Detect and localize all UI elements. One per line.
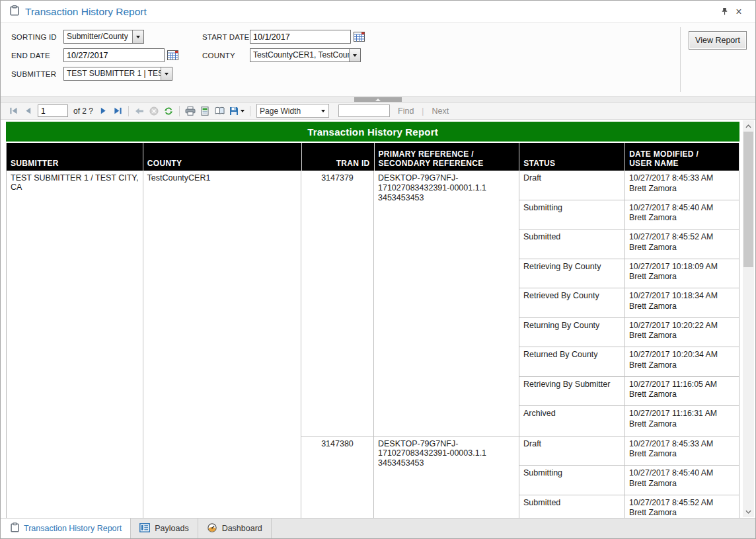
start-date-calendar-icon[interactable] xyxy=(354,32,365,42)
start-date-label: START DATE xyxy=(202,33,250,41)
page-number-input[interactable] xyxy=(38,104,68,117)
app-window: Transaction History Report × SORTING ID … xyxy=(0,0,756,539)
report-canvas: Transaction History Report SUBMITTER COU… xyxy=(6,122,739,518)
chevron-down-icon xyxy=(321,110,325,112)
user-name: Brett Zamora xyxy=(629,390,735,400)
tab-label: Payloads xyxy=(155,524,188,533)
bottom-tab-bar: Transaction History Report Payloads Dash… xyxy=(1,518,755,538)
tab-transaction-history-report[interactable]: Transaction History Report xyxy=(1,518,131,538)
user-name: Brett Zamora xyxy=(629,302,735,312)
submitter-dropdown[interactable]: TEST SUBMITTER 1 | TEST C xyxy=(63,67,172,81)
stop-icon[interactable] xyxy=(147,104,161,118)
county-cell: TestCountyCER1 xyxy=(143,171,301,518)
scroll-down-icon[interactable] xyxy=(743,506,754,517)
end-date-input[interactable] xyxy=(63,48,165,62)
export-save-icon[interactable] xyxy=(227,104,246,118)
last-page-icon[interactable] xyxy=(110,104,125,118)
county-label: COUNTY xyxy=(202,52,250,60)
refresh-icon[interactable] xyxy=(161,104,176,118)
chevron-down-icon[interactable] xyxy=(349,49,360,62)
date-modified-cell: 10/27/2017 8:45:33 AM Brett Zamora xyxy=(625,171,739,200)
find-input[interactable] xyxy=(338,104,390,117)
date-modified: 10/27/2017 11:16:05 AM xyxy=(629,380,735,390)
status-cell: Returned By County xyxy=(519,347,625,376)
table-header-row: SUBMITTER COUNTY TRAN ID PRIMARY REFEREN… xyxy=(6,143,739,171)
page-count-label: of 2 ? xyxy=(73,106,93,116)
date-modified-cell: 10/27/2017 11:16:31 AM Brett Zamora xyxy=(625,406,739,436)
vertical-scrollbar[interactable] xyxy=(743,120,754,517)
next-page-icon[interactable] xyxy=(96,104,110,118)
splitter-collapse-handle[interactable] xyxy=(354,97,402,102)
status-row: Submitted 10/27/2017 8:45:52 AM Brett Za… xyxy=(519,495,739,518)
scrollbar-thumb[interactable] xyxy=(743,132,753,267)
status-list: Draft 10/27/2017 8:45:33 AM Brett Zamora… xyxy=(519,171,739,436)
first-page-icon[interactable] xyxy=(6,104,20,118)
sorting-id-dropdown[interactable]: Submitter/County xyxy=(63,30,144,44)
toolbar-separator xyxy=(250,106,250,116)
print-layout-icon[interactable] xyxy=(198,104,212,118)
status-row: Retrieving By County 10/27/2017 10:18:09… xyxy=(519,259,739,289)
window-titlebar: Transaction History Report × xyxy=(1,1,755,22)
next-link[interactable]: Next xyxy=(432,106,449,116)
submitter-label: SUBMITTER xyxy=(11,70,63,78)
chevron-down-icon[interactable] xyxy=(161,67,172,80)
date-modified: 10/27/2017 8:45:40 AM xyxy=(629,203,735,214)
user-name: Brett Zamora xyxy=(629,331,735,341)
primary-reference: DESKTOP-79G7NFJ-171027083432391-00001.1.… xyxy=(378,173,486,192)
date-modified-cell: 10/27/2017 10:20:34 AM Brett Zamora xyxy=(625,347,739,376)
find-link[interactable]: Find xyxy=(398,106,414,116)
pin-icon[interactable] xyxy=(717,5,732,19)
previous-page-icon[interactable] xyxy=(20,104,35,118)
page-setup-icon[interactable] xyxy=(212,104,227,118)
date-modified: 10/27/2017 11:16:31 AM xyxy=(629,409,735,419)
view-report-button[interactable]: View Report xyxy=(689,31,747,50)
back-icon[interactable] xyxy=(132,104,147,118)
toolbar-separator xyxy=(179,106,180,116)
tab-payloads[interactable]: Payloads xyxy=(131,518,198,538)
status-row: Submitting 10/27/2017 8:45:40 AM Brett Z… xyxy=(519,200,739,230)
user-name: Brett Zamora xyxy=(629,508,735,518)
reference-cell: DESKTOP-79G7NFJ-171027083432391-00001.1.… xyxy=(374,171,519,436)
close-icon[interactable]: × xyxy=(732,5,746,19)
scroll-up-icon[interactable] xyxy=(743,120,754,132)
user-name: Brett Zamora xyxy=(629,243,735,253)
status-cell: Archived xyxy=(519,406,625,436)
zoom-dropdown[interactable]: Page Width xyxy=(256,104,329,118)
date-modified-cell: 10/27/2017 11:16:05 AM Brett Zamora xyxy=(625,377,739,406)
status-list: Draft 10/27/2017 8:45:33 AM Brett Zamora… xyxy=(519,436,739,518)
date-modified: 10/27/2017 10:20:22 AM xyxy=(629,321,735,331)
print-icon[interactable] xyxy=(183,104,198,118)
column-header-county: COUNTY xyxy=(143,143,302,171)
status-row: Draft 10/27/2017 8:45:33 AM Brett Zamora xyxy=(519,436,739,466)
status-row: Archived 10/27/2017 11:16:31 AM Brett Za… xyxy=(519,406,739,436)
clipboard-icon xyxy=(11,522,19,534)
status-cell: Submitting xyxy=(519,200,625,229)
status-cell: Submitted xyxy=(519,229,625,259)
user-name: Brett Zamora xyxy=(629,479,735,489)
date-modified: 10/27/2017 10:18:09 AM xyxy=(629,262,735,272)
user-name: Brett Zamora xyxy=(629,213,735,224)
dashboard-icon xyxy=(207,523,217,534)
find-next-divider: | xyxy=(422,106,424,116)
end-date-calendar-icon[interactable] xyxy=(167,50,178,60)
tran-id-cell: 3147380 xyxy=(301,436,374,518)
reference-cell: DESKTOP-79G7NFJ-171027083432391-00003.1.… xyxy=(374,436,519,518)
table-body: TEST SUBMITTER 1 / TEST CITY, CA TestCou… xyxy=(6,171,739,518)
date-modified: 10/27/2017 10:20:34 AM xyxy=(629,350,735,360)
window-title: Transaction History Report xyxy=(25,6,147,18)
column-header-references: PRIMARY REFERENCE / SECONDARY REFERENCE xyxy=(375,143,520,171)
date-modified: 10/27/2017 10:18:34 AM xyxy=(629,291,735,302)
report-title-banner: Transaction History Report xyxy=(6,122,739,142)
date-modified-cell: 10/27/2017 8:45:33 AM Brett Zamora xyxy=(625,436,739,466)
start-date-input[interactable] xyxy=(250,30,351,44)
date-modified: 10/27/2017 8:45:33 AM xyxy=(629,173,735,184)
chevron-down-icon[interactable] xyxy=(132,30,143,43)
column-header-submitter: SUBMITTER xyxy=(7,143,143,171)
secondary-reference: 3453453453 xyxy=(378,193,515,203)
primary-reference: DESKTOP-79G7NFJ-171027083432391-00003.1.… xyxy=(378,439,486,458)
user-name: Brett Zamora xyxy=(629,360,735,371)
county-dropdown[interactable]: TestCountyCER1, TestCount xyxy=(250,48,361,62)
status-row: Retrieved By County 10/27/2017 10:18:34 … xyxy=(519,288,739,318)
tab-dashboard[interactable]: Dashboard xyxy=(198,518,272,538)
status-row: Draft 10/27/2017 8:45:33 AM Brett Zamora xyxy=(519,171,739,200)
